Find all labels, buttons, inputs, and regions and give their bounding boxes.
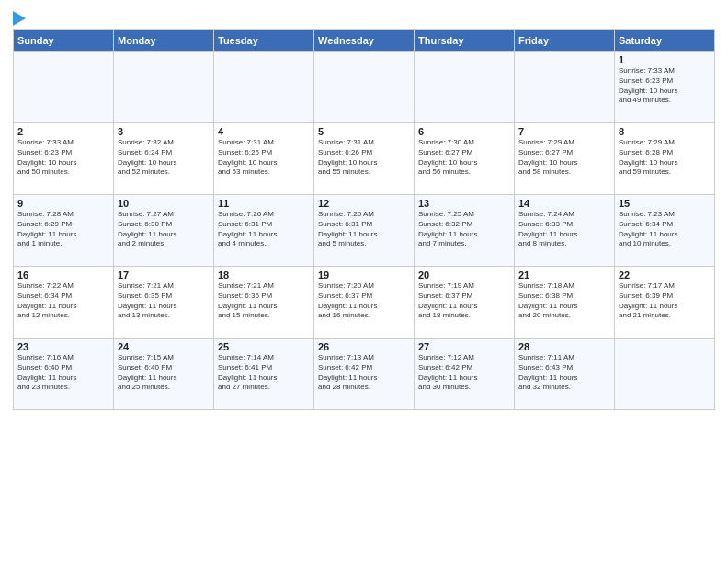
day-number: 18 [218,270,310,281]
day-number: 27 [418,341,510,352]
calendar-cell: 1Sunrise: 7:33 AM Sunset: 6:23 PM Daylig… [615,52,715,123]
weekday-header-sunday: Sunday [14,30,114,52]
weekday-header-friday: Friday [515,30,615,52]
calendar-cell: 27Sunrise: 7:12 AM Sunset: 6:42 PM Dayli… [415,339,515,410]
calendar-cell [114,52,214,123]
calendar-table: SundayMondayTuesdayWednesdayThursdayFrid… [13,29,715,410]
day-info: Sunrise: 7:21 AM Sunset: 6:36 PM Dayligh… [218,282,310,321]
calendar-cell: 4Sunrise: 7:31 AM Sunset: 6:25 PM Daylig… [214,123,314,195]
day-info: Sunrise: 7:16 AM Sunset: 6:40 PM Dayligh… [17,353,109,393]
day-number: 16 [17,270,109,281]
day-number: 22 [619,270,711,281]
day-number: 15 [619,198,711,209]
calendar-cell: 19Sunrise: 7:20 AM Sunset: 6:37 PM Dayli… [314,267,415,339]
calendar-cell: 16Sunrise: 7:22 AM Sunset: 6:34 PM Dayli… [14,267,114,339]
day-number: 7 [518,126,610,137]
day-number: 14 [518,198,610,209]
day-info: Sunrise: 7:32 AM Sunset: 6:24 PM Dayligh… [118,138,210,178]
weekday-header-saturday: Saturday [615,30,715,52]
calendar-cell: 15Sunrise: 7:23 AM Sunset: 6:34 PM Dayli… [615,195,715,267]
calendar-cell [415,52,515,123]
day-info: Sunrise: 7:14 AM Sunset: 6:41 PM Dayligh… [218,353,310,393]
calendar-cell: 14Sunrise: 7:24 AM Sunset: 6:33 PM Dayli… [515,195,615,267]
day-info: Sunrise: 7:31 AM Sunset: 6:25 PM Dayligh… [218,138,310,178]
day-info: Sunrise: 7:31 AM Sunset: 6:26 PM Dayligh… [318,138,410,178]
day-info: Sunrise: 7:28 AM Sunset: 6:29 PM Dayligh… [17,210,109,249]
weekday-header-tuesday: Tuesday [214,30,314,52]
day-number: 23 [17,341,109,352]
day-info: Sunrise: 7:23 AM Sunset: 6:34 PM Dayligh… [619,210,711,249]
page-container: SundayMondayTuesdayWednesdayThursdayFrid… [0,0,728,416]
day-number: 9 [17,198,109,209]
calendar-cell: 11Sunrise: 7:26 AM Sunset: 6:31 PM Dayli… [214,195,314,267]
day-number: 4 [218,126,310,137]
day-info: Sunrise: 7:11 AM Sunset: 6:43 PM Dayligh… [518,353,610,393]
day-info: Sunrise: 7:13 AM Sunset: 6:42 PM Dayligh… [318,353,410,393]
logo [13,9,26,26]
day-info: Sunrise: 7:15 AM Sunset: 6:40 PM Dayligh… [118,353,210,393]
day-number: 28 [518,341,610,352]
calendar-cell: 26Sunrise: 7:13 AM Sunset: 6:42 PM Dayli… [314,339,415,410]
calendar-cell: 8Sunrise: 7:29 AM Sunset: 6:28 PM Daylig… [615,123,715,195]
day-info: Sunrise: 7:33 AM Sunset: 6:23 PM Dayligh… [619,66,711,106]
day-number: 5 [318,126,410,137]
calendar-cell: 9Sunrise: 7:28 AM Sunset: 6:29 PM Daylig… [14,195,114,267]
day-number: 10 [118,198,210,209]
day-number: 8 [619,126,711,137]
day-number: 26 [318,341,410,352]
weekday-header-wednesday: Wednesday [314,30,415,52]
calendar-cell [515,52,615,123]
day-info: Sunrise: 7:24 AM Sunset: 6:33 PM Dayligh… [518,210,610,249]
day-number: 21 [518,270,610,281]
day-info: Sunrise: 7:29 AM Sunset: 6:28 PM Dayligh… [619,138,711,178]
day-info: Sunrise: 7:30 AM Sunset: 6:27 PM Dayligh… [418,138,510,178]
day-number: 1 [619,54,711,65]
day-number: 25 [218,341,310,352]
calendar-cell: 12Sunrise: 7:26 AM Sunset: 6:31 PM Dayli… [314,195,415,267]
day-number: 11 [218,198,310,209]
week-row-3: 9Sunrise: 7:28 AM Sunset: 6:29 PM Daylig… [14,195,715,267]
weekday-header-monday: Monday [114,30,214,52]
calendar-cell [314,52,415,123]
calendar-cell [214,52,314,123]
calendar-cell: 10Sunrise: 7:27 AM Sunset: 6:30 PM Dayli… [114,195,214,267]
calendar-cell: 21Sunrise: 7:18 AM Sunset: 6:38 PM Dayli… [515,267,615,339]
day-info: Sunrise: 7:20 AM Sunset: 6:37 PM Dayligh… [318,282,410,321]
week-row-4: 16Sunrise: 7:22 AM Sunset: 6:34 PM Dayli… [14,267,715,339]
calendar-cell: 28Sunrise: 7:11 AM Sunset: 6:43 PM Dayli… [515,339,615,410]
day-info: Sunrise: 7:18 AM Sunset: 6:38 PM Dayligh… [518,282,610,321]
calendar-cell: 6Sunrise: 7:30 AM Sunset: 6:27 PM Daylig… [415,123,515,195]
week-row-1: 1Sunrise: 7:33 AM Sunset: 6:23 PM Daylig… [14,52,715,123]
weekday-header-thursday: Thursday [415,30,515,52]
day-info: Sunrise: 7:33 AM Sunset: 6:23 PM Dayligh… [17,138,109,178]
calendar-cell: 18Sunrise: 7:21 AM Sunset: 6:36 PM Dayli… [214,267,314,339]
calendar-cell: 13Sunrise: 7:25 AM Sunset: 6:32 PM Dayli… [415,195,515,267]
calendar-cell: 5Sunrise: 7:31 AM Sunset: 6:26 PM Daylig… [314,123,415,195]
day-info: Sunrise: 7:17 AM Sunset: 6:39 PM Dayligh… [619,282,711,321]
logo-arrow-icon [13,11,26,26]
day-number: 12 [318,198,410,209]
calendar-cell: 22Sunrise: 7:17 AM Sunset: 6:39 PM Dayli… [615,267,715,339]
calendar-cell: 20Sunrise: 7:19 AM Sunset: 6:37 PM Dayli… [415,267,515,339]
day-info: Sunrise: 7:12 AM Sunset: 6:42 PM Dayligh… [418,353,510,393]
calendar-cell: 25Sunrise: 7:14 AM Sunset: 6:41 PM Dayli… [214,339,314,410]
day-number: 17 [118,270,210,281]
calendar-cell: 2Sunrise: 7:33 AM Sunset: 6:23 PM Daylig… [14,123,114,195]
calendar-cell: 17Sunrise: 7:21 AM Sunset: 6:35 PM Dayli… [114,267,214,339]
day-info: Sunrise: 7:29 AM Sunset: 6:27 PM Dayligh… [518,138,610,178]
week-row-5: 23Sunrise: 7:16 AM Sunset: 6:40 PM Dayli… [14,339,715,410]
day-info: Sunrise: 7:19 AM Sunset: 6:37 PM Dayligh… [418,282,510,321]
day-info: Sunrise: 7:27 AM Sunset: 6:30 PM Dayligh… [118,210,210,249]
calendar-cell: 24Sunrise: 7:15 AM Sunset: 6:40 PM Dayli… [114,339,214,410]
week-row-2: 2Sunrise: 7:33 AM Sunset: 6:23 PM Daylig… [14,123,715,195]
calendar-cell: 23Sunrise: 7:16 AM Sunset: 6:40 PM Dayli… [14,339,114,410]
day-number: 20 [418,270,510,281]
calendar-cell [14,52,114,123]
day-number: 3 [118,126,210,137]
day-number: 19 [318,270,410,281]
calendar-body: 1Sunrise: 7:33 AM Sunset: 6:23 PM Daylig… [14,52,715,410]
weekday-header-row: SundayMondayTuesdayWednesdayThursdayFrid… [14,30,715,52]
day-info: Sunrise: 7:21 AM Sunset: 6:35 PM Dayligh… [118,282,210,321]
day-number: 13 [418,198,510,209]
calendar-cell: 7Sunrise: 7:29 AM Sunset: 6:27 PM Daylig… [515,123,615,195]
